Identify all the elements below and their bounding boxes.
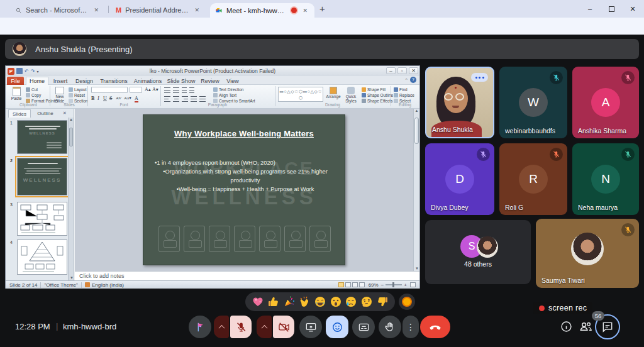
zoom-in-icon[interactable]: +: [404, 282, 407, 288]
reset-button[interactable]: Reset: [69, 93, 85, 97]
participant-tile-saumya[interactable]: Saumya Tiwari: [536, 219, 639, 288]
grow-font-icon[interactable]: A▴: [145, 87, 151, 92]
panel-tab-slides[interactable]: Slides: [8, 109, 31, 118]
undo-icon[interactable]: ↶: [25, 69, 29, 74]
align-center-icon[interactable]: [173, 96, 179, 102]
camera-toggle-button-off[interactable]: [273, 316, 294, 338]
slide-scrollbar[interactable]: ▲▼: [413, 109, 419, 271]
participant-tile-roli[interactable]: R Roli G: [499, 143, 567, 215]
meeting-details-button[interactable]: [560, 320, 573, 333]
tab-close-icon[interactable]: ✕: [92, 6, 101, 14]
sorter-view-icon[interactable]: [345, 282, 351, 287]
slide-thumbnail-4[interactable]: 4: [17, 240, 67, 275]
mic-toggle-button-muted[interactable]: [230, 316, 252, 338]
ribbon-collapse-icon[interactable]: ⌃: [404, 78, 408, 83]
ppt-tab-animations[interactable]: Animations: [131, 77, 164, 85]
quick-styles-button[interactable]: Quick Styles: [343, 87, 359, 103]
leave-call-button[interactable]: [420, 316, 450, 338]
participant-tile-divya[interactable]: D Divya Dubey: [425, 143, 494, 215]
tab-close-icon[interactable]: ✕: [301, 7, 309, 14]
tab-gmail[interactable]: M Presidential Address and minut ✕: [111, 3, 206, 18]
reaction-sparkling-heart-icon[interactable]: [252, 295, 264, 308]
shrink-font-icon[interactable]: A▾: [152, 87, 158, 92]
indent-increase-icon[interactable]: [189, 87, 194, 93]
participant-tile-neha[interactable]: N Neha maurya: [572, 143, 639, 215]
new-tab-button[interactable]: +: [319, 3, 325, 14]
reactions-button-active[interactable]: [326, 316, 348, 338]
panel-close-icon[interactable]: ✕: [63, 111, 67, 116]
participant-tile-anshika[interactable]: A Anshika Sharma: [572, 67, 639, 138]
ppt-tab-file[interactable]: File: [7, 77, 24, 85]
slide-thumbnail-3[interactable]: 3: [17, 202, 67, 236]
captions-button[interactable]: [352, 316, 375, 338]
normal-view-icon[interactable]: [338, 282, 344, 287]
ppt-tab-slideshow[interactable]: Slide Show: [165, 77, 197, 85]
participant-tile-anshu[interactable]: Anshu Shukla: [425, 67, 494, 138]
strikethrough-button[interactable]: S: [109, 96, 112, 101]
new-slide-button[interactable]: New Slide: [52, 87, 67, 103]
reaction-clapping-hands-icon[interactable]: [298, 295, 311, 308]
bullets-icon[interactable]: [164, 87, 170, 93]
cut-button[interactable]: Cut: [26, 87, 38, 92]
help-icon[interactable]: ?: [410, 77, 416, 83]
mic-options-chevron[interactable]: [214, 316, 229, 338]
more-options-button[interactable]: ⋮: [402, 316, 419, 338]
save-icon[interactable]: [16, 68, 23, 74]
columns-icon[interactable]: [199, 96, 206, 102]
align-left-icon[interactable]: [164, 96, 170, 102]
italic-button[interactable]: I: [97, 96, 99, 101]
font-color-button[interactable]: A: [135, 96, 138, 102]
slideshow-view-icon[interactable]: [359, 282, 365, 287]
reaction-party-popper-icon[interactable]: [283, 295, 296, 308]
zoom-out-icon[interactable]: −: [381, 282, 384, 288]
ppt-tab-view[interactable]: View: [223, 77, 242, 85]
numbering-icon[interactable]: [173, 87, 179, 93]
arrange-button[interactable]: Arrange: [325, 87, 341, 99]
bold-button[interactable]: B: [91, 96, 94, 101]
effects-flag-button[interactable]: [189, 316, 211, 338]
char-spacing-button[interactable]: AV: [116, 96, 121, 101]
panel-scrollbar[interactable]: ▲▼: [68, 118, 74, 280]
text-direction-button[interactable]: Text Direction: [213, 87, 243, 92]
indent-decrease-icon[interactable]: [182, 87, 187, 93]
notes-pane[interactable]: Click to add notes: [75, 271, 419, 280]
fit-to-window-icon[interactable]: [410, 282, 416, 287]
reaction-surprised-icon[interactable]: [330, 295, 342, 308]
font-size-select[interactable]: [130, 87, 142, 93]
slide-thumbnail-2-selected[interactable]: 2 WELLNESS: [17, 158, 67, 196]
underline-button[interactable]: U: [103, 96, 107, 101]
skin-tone-button[interactable]: [399, 294, 415, 310]
camera-options-chevron[interactable]: [257, 316, 272, 338]
ppt-tab-home[interactable]: Home: [26, 77, 48, 85]
replace-button[interactable]: Replace: [394, 93, 414, 97]
window-maximize-button[interactable]: [601, 0, 621, 18]
window-minimize-button[interactable]: –: [580, 0, 600, 18]
shapes-gallery[interactable]: ▭○△◇☆⬡▭○△◇☆⬡: [278, 87, 323, 102]
tile-options-icon[interactable]: [471, 73, 488, 82]
shape-outline-button[interactable]: Shape Outline: [362, 93, 393, 97]
panel-tab-outline[interactable]: Outline: [32, 109, 58, 118]
reaction-thumbs-down-icon[interactable]: [376, 295, 389, 308]
participant-tile-webinar[interactable]: W webinarbbauhdfs: [499, 67, 567, 138]
redo-icon[interactable]: ↷: [31, 69, 35, 74]
raise-hand-button[interactable]: [379, 316, 401, 338]
language-status[interactable]: English (India): [92, 282, 124, 288]
others-tile[interactable]: S 48 others: [425, 220, 531, 284]
ppt-minimize-button[interactable]: –: [386, 67, 396, 74]
copy-button[interactable]: Copy: [26, 93, 41, 97]
ppt-tab-review[interactable]: Review: [198, 77, 222, 85]
layout-button[interactable]: Layout: [69, 87, 87, 92]
find-button[interactable]: Find: [394, 87, 408, 92]
tab-meet-active[interactable]: Meet - kmh-hwwd-brd ✕: [210, 3, 314, 18]
window-close-button[interactable]: ✕: [623, 0, 643, 18]
ppt-tab-transitions[interactable]: Transitions: [97, 77, 130, 85]
shape-fill-button[interactable]: Shape Fill: [362, 87, 386, 92]
qat-dropdown-icon[interactable]: ▾: [36, 69, 38, 74]
zoom-slider[interactable]: [386, 284, 402, 285]
reaction-crying-icon[interactable]: [345, 295, 357, 308]
ppt-maximize-button[interactable]: ▫: [397, 67, 407, 74]
tab-close-icon[interactable]: ✕: [192, 6, 201, 14]
reaction-thinking-icon[interactable]: [360, 295, 373, 308]
change-case-button[interactable]: Aa▾: [124, 96, 131, 101]
align-right-icon[interactable]: [182, 96, 188, 102]
